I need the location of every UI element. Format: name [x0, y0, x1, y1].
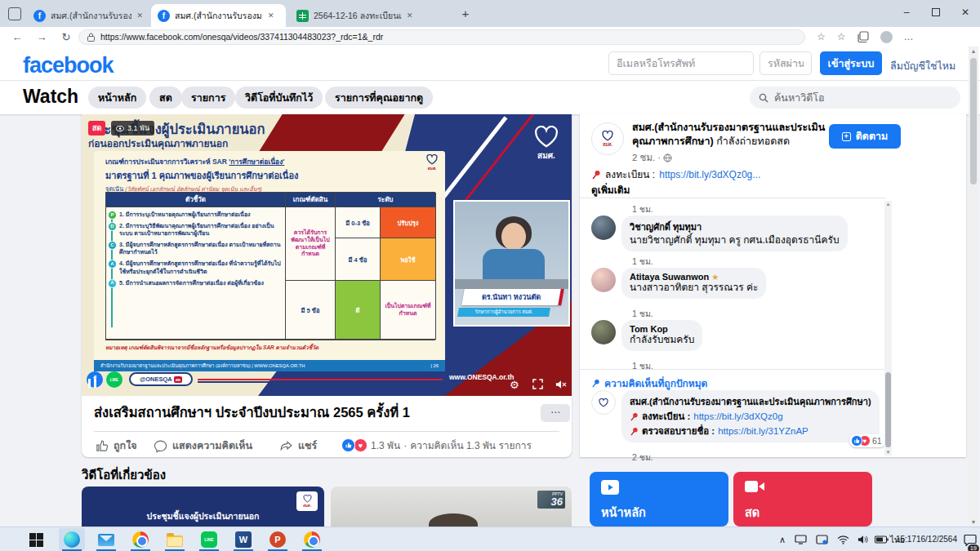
tray-volume-icon[interactable] [858, 527, 869, 551]
pause-button[interactable] [88, 379, 96, 388]
register-link[interactable]: https://bit.ly/3dXQz0g [693, 411, 782, 421]
scrollbar-thumb[interactable] [970, 58, 977, 184]
tab-close-icon[interactable]: ✕ [268, 11, 274, 20]
taskbar-mail-icon[interactable] [96, 530, 116, 549]
taskbar-powerpoint-icon[interactable]: P [268, 530, 287, 549]
fullscreen-icon[interactable] [532, 379, 543, 389]
watch-tab-shows[interactable]: รายการ [181, 87, 235, 109]
taskbar-edge-icon[interactable] [62, 530, 82, 549]
commenter-avatar[interactable] [591, 268, 616, 292]
tab-close-icon[interactable]: ✕ [407, 11, 413, 20]
back-button[interactable]: ← [5, 31, 29, 43]
scroll-up-icon[interactable]: ▲ [884, 202, 892, 207]
share-label: แชร์ [298, 438, 317, 454]
onesqa-heart-icon [598, 398, 609, 407]
pinned-commenter-name[interactable]: สมศ.(สำนักงานรับรองมาตรฐานและประเมินคุณภ… [630, 394, 871, 409]
comment-timestamp[interactable]: 1 ชม. [632, 255, 653, 269]
share-icon [279, 439, 293, 453]
password-field[interactable] [760, 51, 812, 75]
taskbar-chrome-icon[interactable] [131, 530, 150, 549]
comment-bubble[interactable]: วิชาญศักดิ์ ทุมทุมา นายวิชาญศักดิ์ ทุมทุ… [621, 216, 848, 251]
watch-tab-saved[interactable]: วิดีโอที่บันทึกไว้ [235, 87, 323, 109]
browser-menu-icon[interactable]: … [904, 31, 914, 42]
taskbar-word-icon[interactable]: W [234, 530, 253, 549]
scroll-down-icon[interactable]: ▼ [969, 519, 978, 525]
follow-button[interactable]: + ติดตาม [829, 124, 901, 149]
comment-bubble[interactable]: Atitaya Suwanwon ★ นางสาวอาทิตยา สุวรรณว… [621, 268, 766, 299]
refresh-button[interactable]: ↻ [54, 31, 78, 43]
reaction-summary[interactable]: ♥ 1.3 พัน · ความคิดเห็น 1.3 พัน รายการ [341, 438, 532, 453]
scrollbar-thumb[interactable] [885, 372, 891, 447]
watch-tab-watchlist[interactable]: รายการที่คุณอยากดู [325, 87, 433, 109]
share-button[interactable]: แชร์ [279, 438, 317, 454]
comment-timestamp[interactable]: 1 ชม. [632, 359, 653, 373]
browser-tab-3[interactable]: 2564-12-16 ลงทะเบียนเข้าร่วมโครงก ✕ [290, 4, 422, 27]
new-tab-button[interactable]: + [457, 7, 474, 20]
commenter-avatar[interactable] [591, 216, 616, 240]
forward-button[interactable]: → [29, 31, 54, 43]
watch-home-tile[interactable]: หน้าหลัก [590, 472, 728, 527]
tray-onedrive-icon[interactable] [816, 527, 828, 551]
checklist-link[interactable]: https://bit.ly/31YZnAP [718, 426, 808, 436]
tray-clock[interactable]: 15:17 16/12/2564 [896, 527, 957, 551]
commenter-name[interactable]: Tom Kop [630, 324, 694, 334]
page-name-line[interactable]: สมศ.(สำนักงานรับรองมาตรฐานและประเมินคุณภ… [632, 121, 828, 149]
like-button[interactable]: ถูกใจ [95, 438, 137, 454]
settings-gear-icon[interactable]: ⚙ [510, 379, 519, 391]
watch-tab-home[interactable]: หน้าหลัก [88, 87, 146, 109]
minimize-button[interactable]: – [892, 0, 921, 24]
video-search-input[interactable]: ค้นหาวิดีโอ [750, 87, 960, 109]
action-center-icon[interactable]: 19 [964, 527, 977, 551]
tray-battery-icon[interactable] [875, 527, 889, 551]
url-field[interactable]: https://www.facebook.com/onesqa/videos/3… [78, 29, 805, 45]
comment-timestamp[interactable]: 1 ชม. [632, 202, 653, 216]
close-window-button[interactable]: ✕ [951, 0, 980, 24]
start-button[interactable] [26, 530, 46, 549]
comments-scrollbar[interactable]: ▲ ▼ [884, 201, 892, 455]
register-link[interactable]: https://bit.ly/3dXQz0g... [659, 169, 760, 180]
browser-tab-2-active[interactable]: f สมศ.(สำนักงานรับรองมาตรฐานและปร ✕ [151, 4, 286, 27]
email-field[interactable] [608, 51, 754, 75]
taskbar-chrome2-icon[interactable] [302, 530, 322, 549]
post-more-button[interactable]: ⋯ [541, 404, 570, 422]
taskbar-line-icon[interactable]: LINE [199, 530, 219, 549]
facebook-logo[interactable]: facebook [23, 53, 114, 78]
commenter-name[interactable]: Atitaya Suwanwon ★ [630, 272, 758, 282]
comment-text: นายวิชาญศักดิ์ ทุมทุมา ครู กศน.เมืองอุดร… [630, 234, 840, 247]
commenter-name[interactable]: วิชาญศักดิ์ ทุมทุมา [630, 220, 840, 234]
favorite-add-icon[interactable]: ☆ [817, 31, 826, 42]
video-player[interactable]: ประชุมชี้แจงผู้ประเมินภายนอก ก่อนออกประเ… [82, 114, 572, 396]
forgot-account-link[interactable]: ลืมบัญชีใช่ไหม [890, 58, 956, 74]
related-video-2[interactable]: PPTV 36 [331, 487, 572, 527]
watch-live-tile[interactable]: สด [733, 472, 872, 527]
related-video-1[interactable]: ประชุมชี้แจงผู้ประเมินภายนอก สมศ. [82, 487, 324, 527]
page-avatar[interactable] [591, 390, 616, 415]
vertical-tabs-icon[interactable] [8, 7, 21, 20]
volume-muted-icon[interactable] [555, 380, 567, 389]
pinned-reaction-count[interactable]: ♥ 61 [849, 434, 886, 447]
comment-bubble[interactable]: Tom Kop กำลังรับชมครับ [621, 320, 702, 351]
browser-tab-1[interactable]: f สมศ.(สำนักงานรับรองมาตรฐานและปร ✕ [27, 4, 149, 27]
tray-wifi-icon[interactable] [837, 527, 849, 551]
maximize-button[interactable] [921, 0, 951, 24]
pinned-comment-bubble[interactable]: สมศ.(สำนักงานรับรองมาตรฐานและประเมินคุณภ… [621, 390, 880, 442]
scroll-down-icon[interactable]: ▼ [884, 450, 892, 455]
browser-profile-avatar[interactable] [880, 31, 893, 43]
tray-chevron-icon[interactable]: ∧ [779, 527, 786, 551]
page-scrollbar[interactable]: ▲ ▼ [969, 47, 978, 527]
favorites-bar-icon[interactable]: ☆ [837, 31, 846, 42]
login-button[interactable]: เข้าสู่ระบบ [820, 51, 882, 75]
see-more-link[interactable]: ดูเพิ่มเติม [591, 182, 630, 198]
page-avatar[interactable]: สมศ. [591, 122, 624, 155]
collections-icon[interactable] [858, 31, 869, 42]
scroll-up-icon[interactable]: ▲ [969, 48, 978, 54]
taskbar-explorer-icon[interactable] [165, 530, 185, 549]
comment-button[interactable]: แสดงความคิดเห็น [154, 438, 252, 454]
watch-tab-live[interactable]: สด [149, 87, 182, 109]
commenter-avatar[interactable] [591, 320, 616, 344]
pinned-comment-timestamp[interactable]: 2 ชม. [632, 451, 653, 464]
tray-display-icon[interactable] [795, 527, 807, 551]
comment-timestamp[interactable]: 1 ชม. [632, 307, 653, 321]
level-description: ควรได้รับการพัฒนาให้เป็นไปตามเกณฑ์ที่กำห… [286, 207, 336, 281]
tab-close-icon[interactable]: ✕ [136, 11, 143, 20]
